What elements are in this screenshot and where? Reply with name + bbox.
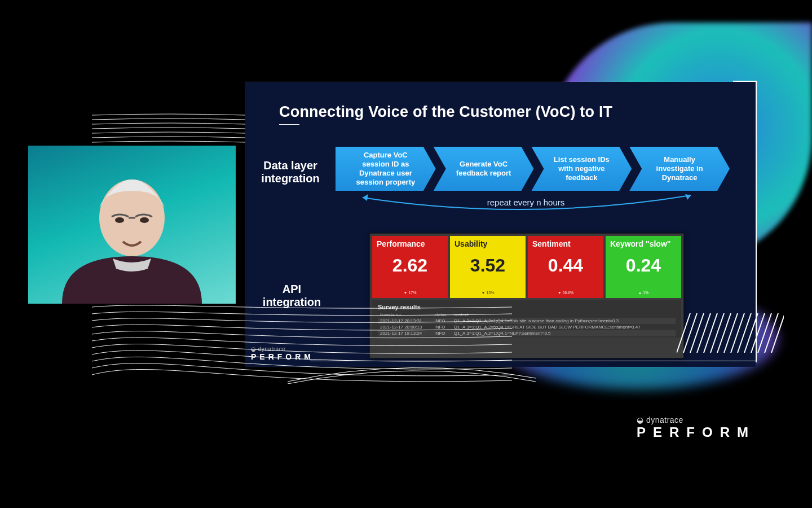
tile-keyword-slow: Keyword "slow" 0.24 ▲ 1%	[606, 236, 681, 298]
repeat-arrow-icon	[358, 194, 694, 213]
tile-title: Keyword "slow"	[610, 239, 677, 248]
svg-line-14	[771, 313, 784, 353]
svg-line-0	[677, 313, 690, 353]
tile-value: 0.24	[610, 255, 677, 276]
tile-sentiment: Sentiment 0.44 ▼ 56.6%	[528, 236, 603, 298]
tile-delta: ▼ 56.6%	[528, 291, 603, 295]
tile-performance: Performance 2.62 ▼ 17%	[372, 236, 448, 298]
svg-line-2	[690, 313, 704, 353]
contour-lines-top	[92, 113, 245, 146]
tile-delta: ▲ 1%	[606, 291, 681, 295]
brand-name: dynatrace	[646, 415, 683, 424]
brand-event: PERFORM	[637, 424, 756, 440]
svg-line-1	[683, 313, 697, 353]
presentation-frame: Connecting Voice of the Customer (VoC) t…	[0, 0, 812, 508]
flow-step-text: List session IDs with negative feedback	[548, 155, 616, 183]
metric-tiles: Performance 2.62 ▼ 17% Usability 3.52 ▼ …	[370, 234, 683, 300]
svg-line-5	[710, 313, 724, 353]
svg-line-3	[697, 313, 710, 353]
curve-line-bottom	[288, 361, 536, 384]
tile-delta: ▼ 17%	[372, 291, 448, 295]
flow-step-3: List session IDs with negative feedback	[532, 147, 632, 191]
tile-value: 0.44	[532, 255, 599, 276]
hatch-lines-right	[677, 313, 784, 353]
flow-step-text: Capture VoC session ID as Dynatrace user…	[351, 151, 420, 187]
presenter-silhouette-icon	[28, 146, 236, 304]
svg-point-17	[140, 217, 149, 223]
slide-corner-frame	[733, 81, 757, 93]
flow-step-1: Capture VoC session ID as Dynatrace user…	[336, 147, 436, 191]
tile-usability: Usability 3.52 ▼ 13%	[450, 236, 526, 298]
svg-line-7	[724, 313, 738, 353]
tile-title: Sentiment	[532, 239, 599, 248]
tile-delta: ▼ 13%	[450, 291, 526, 295]
svg-line-10	[744, 313, 758, 353]
svg-line-13	[765, 313, 778, 353]
flow-step-text: Manually investigate in Dynatrace	[645, 155, 714, 183]
repeat-loop-caption: repeat every n hours	[336, 198, 716, 207]
slide-title: Connecting Voice of the Customer (VoC) t…	[279, 103, 612, 121]
title-underline	[279, 124, 299, 125]
tile-value: 2.62	[377, 255, 443, 276]
tile-value: 3.52	[454, 255, 521, 276]
svg-line-12	[758, 313, 771, 353]
svg-line-8	[731, 313, 744, 353]
event-logo: ◒ dynatrace PERFORM	[637, 415, 756, 440]
flow-step-4: Manually investigate in Dynatrace	[629, 147, 730, 191]
flow-step-2: Generate VoC feedback report	[434, 147, 534, 191]
process-chevron-flow: Capture VoC session ID as Dynatrace user…	[336, 147, 727, 196]
svg-line-4	[704, 313, 717, 353]
svg-line-9	[738, 313, 751, 353]
tile-title: Performance	[377, 239, 443, 248]
flow-step-text: Generate VoC feedback report	[449, 160, 518, 178]
presenter-webcam	[28, 146, 236, 304]
svg-line-6	[717, 313, 731, 353]
svg-point-16	[115, 217, 124, 223]
svg-line-11	[751, 313, 765, 353]
label-data-layer-integration: Data layer integration	[259, 159, 321, 185]
tile-title: Usability	[454, 239, 521, 248]
